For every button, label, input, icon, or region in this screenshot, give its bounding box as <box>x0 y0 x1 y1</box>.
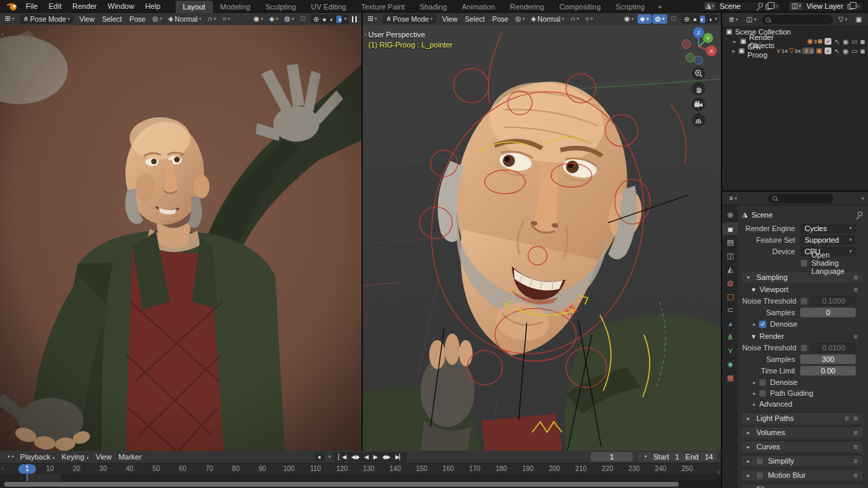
pivot-point-button[interactable]: ◎▾ <box>513 14 528 24</box>
tab-render[interactable]: ◙ <box>722 222 738 235</box>
gizmo-toggle[interactable]: ◈▾ <box>267 14 281 24</box>
orientation-button[interactable]: ◈Normal▾ <box>528 14 567 24</box>
path-guiding-row[interactable]: ▸ Path Guiding <box>742 388 863 399</box>
visibility-dropdown[interactable]: ◉▾ <box>251 14 266 24</box>
film-section-header[interactable]: ▸ Film ≡ <box>742 483 863 488</box>
axis-y-ball[interactable]: Y <box>703 33 713 43</box>
zoom-button[interactable] <box>692 66 705 80</box>
render-subsection-header[interactable]: ▾ Render ≡ <box>742 331 863 342</box>
editor-type-button[interactable]: ≡▾ <box>726 194 739 203</box>
xray-toggle[interactable]: ⊡ <box>298 14 309 24</box>
vp-noise-threshold-field[interactable]: 0.1000 <box>811 296 856 306</box>
tab-texture-paint[interactable]: Texture Paint <box>353 1 412 13</box>
tab-tool[interactable]: ⊗ <box>722 209 738 222</box>
visibility-dropdown[interactable]: ◉▾ <box>621 14 636 24</box>
pan-button[interactable] <box>692 82 705 96</box>
view-layer-name[interactable]: View Layer <box>805 2 844 10</box>
tab-view-layer[interactable]: ◫ <box>722 249 738 262</box>
viewport-rendered[interactable]: ⊞▾ ⋔Pose Mode▾ View Select Pose ◎▾ ◈Norm… <box>0 13 361 451</box>
play-button[interactable]: ▶ <box>370 453 380 460</box>
r-samples-field[interactable]: 300 <box>800 354 856 364</box>
scene-browse-button[interactable]: ◮▾ <box>705 2 715 10</box>
vp-samples-field[interactable]: 0 <box>800 308 856 317</box>
drag-handle-icon[interactable]: ≡ <box>854 485 858 488</box>
exclude-checkbox[interactable]: ✓ <box>825 47 831 54</box>
outliner-search-input[interactable] <box>762 15 833 24</box>
playhead-badge[interactable]: 1 <box>18 464 36 474</box>
add-workspace-button[interactable]: + <box>652 1 667 13</box>
path-guiding-checkbox[interactable] <box>759 390 766 397</box>
play-reverse-button[interactable]: ◀ <box>361 453 371 460</box>
time-limit-field[interactable]: 0.00 <box>800 366 856 375</box>
menu-window[interactable]: Window <box>102 2 140 10</box>
close-scene-button[interactable]: × <box>774 2 779 10</box>
tab-modeling[interactable]: Modeling <box>213 1 258 13</box>
shading-solid-button[interactable]: ● <box>321 16 327 23</box>
xray-toggle[interactable]: ⊡ <box>668 14 679 24</box>
drag-handle-icon[interactable]: ≡ <box>854 428 858 436</box>
exclude-checkbox[interactable]: ✓ <box>825 38 831 45</box>
menu-file[interactable]: File <box>20 2 43 10</box>
menu-edit[interactable]: Edit <box>43 2 67 10</box>
toolbar-expand-arrow[interactable]: › <box>1 30 3 38</box>
hide-viewport-toggle-icon[interactable]: ◉ <box>843 38 849 45</box>
tab-output[interactable]: ▤ <box>722 236 738 249</box>
properties-search-input[interactable] <box>768 194 833 203</box>
disable-render-toggle-icon[interactable]: ◙ <box>861 47 865 55</box>
playback-menu[interactable]: Playback ▾ <box>17 453 58 461</box>
shading-rendered-button[interactable]: ◑ <box>707 16 713 23</box>
select-menu[interactable]: Select <box>99 15 125 23</box>
camera-view-button[interactable] <box>692 98 705 111</box>
drag-handle-icon[interactable]: ≡ <box>854 471 858 479</box>
keying-set-dropdown[interactable]: ▾ <box>328 454 331 460</box>
jump-to-end-button[interactable]: ▶▏ <box>393 453 406 460</box>
curves-section-header[interactable]: ▸ Curves ≡ <box>742 441 863 452</box>
select-menu[interactable]: Select <box>462 15 488 23</box>
pivot-point-button[interactable]: ◎▾ <box>150 14 165 24</box>
menu-help[interactable]: Help <box>140 2 166 10</box>
vp-denoise-checkbox[interactable]: ✓ <box>759 321 766 328</box>
timeline-ruler[interactable]: › 10203040506070809010011012013014015016… <box>0 463 721 474</box>
shading-rendered-button[interactable]: ◑ <box>336 16 342 23</box>
view-menu[interactable]: View <box>76 15 98 23</box>
shading-solid-button[interactable]: ● <box>692 16 698 23</box>
rendered-view-canvas[interactable] <box>0 25 361 451</box>
shading-wireframe-button[interactable]: ⊕ <box>683 16 690 23</box>
light-paths-section-header[interactable]: ▸ Light Paths ≡≡ <box>742 412 863 424</box>
pose-menu[interactable]: Pose <box>489 15 512 23</box>
drag-handle-icon[interactable]: ≡ <box>854 273 858 281</box>
view-menu[interactable]: View <box>439 15 461 23</box>
tab-uv-editing[interactable]: UV Editing <box>303 1 353 13</box>
overlays-toggle[interactable]: ◍▾ <box>652 14 667 24</box>
tab-layout[interactable]: Layout <box>176 1 213 13</box>
tab-animation[interactable]: Animation <box>454 1 502 13</box>
start-frame-value[interactable]: 1 <box>675 453 679 461</box>
osl-checkbox[interactable] <box>800 260 808 267</box>
overlays-toggle[interactable]: ◍▾ <box>281 14 296 24</box>
previous-keyframe-button[interactable]: ◀◆ <box>349 453 361 460</box>
timeline-track[interactable] <box>0 474 721 481</box>
orthographic-toggle-button[interactable] <box>692 113 705 127</box>
feature-set-select[interactable]: Supported▾ <box>800 235 856 245</box>
scrollbar-thumb[interactable] <box>4 482 679 487</box>
volumes-section-header[interactable]: ▸ Volumes ≡ <box>742 426 863 438</box>
advanced-row[interactable]: ▸ Advanced <box>742 399 863 409</box>
vp-noise-threshold-checkbox[interactable] <box>800 298 808 305</box>
close-view-layer-button[interactable]: × <box>856 2 861 10</box>
pause-render-button[interactable] <box>349 14 359 24</box>
disable-viewport-toggle-icon[interactable]: ▭ <box>852 38 858 45</box>
navigation-gizmo[interactable]: Z Y X <box>679 26 717 64</box>
r-noise-threshold-checkbox[interactable] <box>800 344 808 352</box>
preset-icon[interactable]: ≡ <box>854 285 858 293</box>
vp-denoise-row[interactable]: ▸ ✓ Denoise <box>742 319 863 329</box>
editor-type-button[interactable]: ⊞▾ <box>365 14 380 24</box>
hide-viewport-toggle-icon[interactable]: ◉ <box>843 47 849 55</box>
render-engine-select[interactable]: Cycles▾ <box>800 224 856 233</box>
proportional-editing-button[interactable]: ○▾ <box>220 14 233 24</box>
tab-bone[interactable]: ⋎ <box>722 344 738 357</box>
axis-x-ball[interactable]: X <box>706 45 717 56</box>
channel-expand-arrow[interactable]: › <box>1 465 3 472</box>
gizmo-toggle[interactable]: ◈▾ <box>637 14 652 24</box>
toolbar-expand-arrow[interactable]: › <box>364 30 366 38</box>
tab-shading[interactable]: Shading <box>412 1 454 13</box>
